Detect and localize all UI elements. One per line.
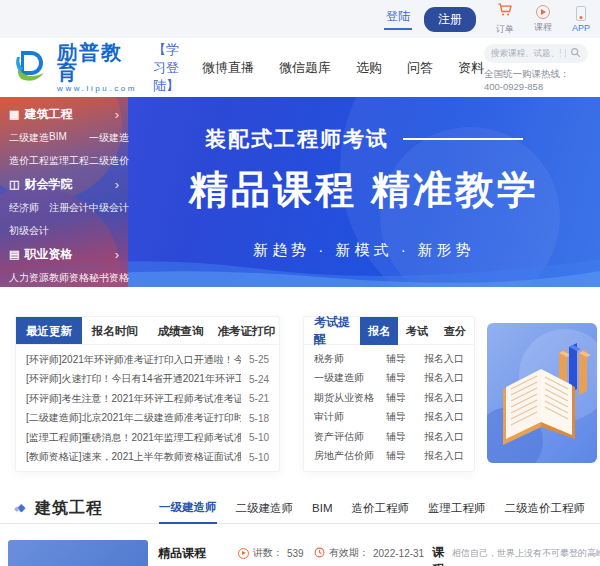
tab-second-grade-builder[interactable]: 二级建造师 xyxy=(236,494,294,523)
courses-label: 课程 xyxy=(534,21,552,34)
exam-list: 税务师 辅导 报名入口 一级建造师 辅导 报名入口 期货从业资格 辅导 报名入口… xyxy=(304,345,474,466)
register-button[interactable]: 注册 xyxy=(424,7,476,32)
news-tab-recent[interactable]: 最近更新 xyxy=(16,317,82,344)
exam-coach-link[interactable]: 辅导 xyxy=(386,391,418,405)
news-item[interactable]: [环评师]考生注意！2021年环评工程师考试准考证打 5-21 xyxy=(26,389,269,409)
banner-title: 精品课程 精准教学 xyxy=(189,163,539,217)
course-detail-label[interactable]: 课程详情 xyxy=(432,544,444,566)
orders-label: 订单 xyxy=(496,23,514,36)
books-illustration[interactable] xyxy=(487,323,597,463)
category-header-finance[interactable]: ◫ 财会学院 › xyxy=(9,176,119,193)
exam-name[interactable]: 房地产估价师 xyxy=(314,449,386,463)
category-link[interactable]: 经济师 xyxy=(9,201,49,215)
course-thumbnail[interactable] xyxy=(8,540,148,566)
exam-entry-link[interactable]: 报名入口 xyxy=(418,391,464,405)
logo-mark-icon xyxy=(15,49,51,87)
exam-coach-link[interactable]: 辅导 xyxy=(386,410,418,424)
course-validity: 有效期：2022-12-31 xyxy=(314,546,424,560)
search-icon[interactable] xyxy=(570,44,581,62)
tab-first-grade-builder[interactable]: 一级建造师 xyxy=(159,493,217,524)
exam-entry-link[interactable]: 报名入口 xyxy=(418,371,464,385)
news-tab-admission-print[interactable]: 准考证打印 xyxy=(213,317,279,344)
orders-button[interactable]: 订单 xyxy=(496,2,514,36)
section-tabs: 一级建造师 二级建造师 BIM 造价工程师 监理工程师 二级造价工程师 xyxy=(159,493,585,524)
nav-item-weibo-live[interactable]: 微博直播 xyxy=(202,59,254,77)
banner-subtitle-line xyxy=(403,138,523,140)
tab-supervision-engineer[interactable]: 监理工程师 xyxy=(428,494,486,523)
courses-button[interactable]: 课程 xyxy=(534,5,552,34)
category-link[interactable]: 一级建造 xyxy=(89,131,129,145)
category-sidebar: ▦ 建筑工程 › 二级建造 BIM 一级建造 造价工程 监理工程 二级造价 ◫ … xyxy=(0,97,128,287)
hotline: 全国统一购课热线：400-0929-858 xyxy=(484,68,588,92)
exam-reminder-panel: 考试提醒 报名 考试 查分 税务师 辅导 报名入口 一级建造师 辅导 报名入口 … xyxy=(303,316,475,472)
logo[interactable]: 励普教育 www.lipu.com xyxy=(15,42,137,93)
login-link[interactable]: 登陆 xyxy=(384,8,412,30)
course-detail-note: 相信自己，世界上没有不可攀登的高峰！ xyxy=(452,547,600,560)
app-button[interactable]: APP xyxy=(572,6,590,33)
finance-icon: ◫ xyxy=(9,178,19,191)
category-link[interactable]: 中级会计 xyxy=(89,201,129,215)
exam-entry-link[interactable]: 报名入口 xyxy=(418,449,464,463)
exam-name[interactable]: 资产评估师 xyxy=(314,430,386,444)
category-link[interactable]: 监理工程 xyxy=(49,154,89,168)
exam-row: 期货从业资格 辅导 报名入口 xyxy=(314,388,464,408)
nav-item-wechat-questions[interactable]: 微信题库 xyxy=(279,59,331,77)
news-list: [环评师]2021年环评师准考证打印入口开通啦！今日 5-25 [环评师]火速打… xyxy=(16,345,279,467)
building-icon: ▦ xyxy=(9,108,19,121)
category-link[interactable]: 二级造价 xyxy=(89,154,129,168)
banner-content[interactable]: 装配式工程师考试 精品课程 精准教学 新趋势 · 新模式 · 新形势 xyxy=(128,97,600,287)
category-link[interactable]: 二级建造 xyxy=(9,131,49,145)
clock-icon xyxy=(314,547,325,560)
tab-cost-engineer[interactable]: 造价工程师 xyxy=(352,494,410,523)
category-link[interactable]: 教师资格 xyxy=(49,271,89,285)
study-login-link[interactable]: 【学习登陆】 xyxy=(153,41,180,95)
category-link[interactable]: 造价工程 xyxy=(9,154,49,168)
search-box[interactable] xyxy=(484,44,588,63)
nav-item-qa[interactable]: 问答 xyxy=(407,59,433,77)
banner-tagline: 新趋势 · 新模式 · 新形势 xyxy=(253,241,475,260)
exam-name[interactable]: 一级建造师 xyxy=(314,371,386,385)
exam-entry-link[interactable]: 报名入口 xyxy=(418,352,464,366)
category-link[interactable]: 人力资源 xyxy=(9,271,49,285)
news-item[interactable]: [环评师]火速打印！今日有14省开通2021年环评工程 5-24 xyxy=(26,370,269,390)
hotline-number: 400-0929-858 xyxy=(484,81,543,92)
tab-bim[interactable]: BIM xyxy=(312,494,332,523)
category-link[interactable]: BIM xyxy=(49,131,89,145)
nav-item-shop[interactable]: 选购 xyxy=(356,59,382,77)
exam-name[interactable]: 税务师 xyxy=(314,352,386,366)
category-items: 人力资源 教师资格 秘书资格 心理咨询 社会工作 公共营养 xyxy=(9,271,119,287)
exam-name[interactable]: 审计师 xyxy=(314,410,386,424)
exam-tabs: 报名 考试 查分 xyxy=(360,317,474,345)
search-divider xyxy=(565,49,566,58)
tab-second-grade-cost-engineer[interactable]: 二级造价工程师 xyxy=(505,494,586,523)
construction-section-bar: ◆ ◆ 建筑工程 一级建造师 二级建造师 BIM 造价工程师 监理工程师 二级造… xyxy=(0,493,600,524)
news-item[interactable]: [二级建造师]北京2021年二级建造师准考证打印时间5月1 5-18 xyxy=(26,409,269,429)
exam-entry-link[interactable]: 报名入口 xyxy=(418,430,464,444)
news-item[interactable]: [环评师]2021年环评师准考证打印入口开通啦！今日 5-25 xyxy=(26,350,269,370)
news-item[interactable]: [教师资格证]速来，2021上半年教师资格证面试准考证打 5-10 xyxy=(26,448,269,468)
lectures-label: 讲数： xyxy=(253,546,283,560)
exam-coach-link[interactable]: 辅导 xyxy=(386,449,418,463)
exam-coach-link[interactable]: 辅导 xyxy=(386,430,418,444)
news-tab-registration-time[interactable]: 报名时间 xyxy=(82,317,148,344)
category-header-construction[interactable]: ▦ 建筑工程 › xyxy=(9,106,119,123)
category-link[interactable]: 注册会计 xyxy=(49,201,89,215)
exam-tab-exam[interactable]: 考试 xyxy=(398,317,436,345)
course-name[interactable]: 精品课程 xyxy=(158,545,206,562)
exam-tab-score[interactable]: 查分 xyxy=(436,317,474,345)
chevron-right-icon: › xyxy=(115,107,119,122)
search-input[interactable] xyxy=(491,48,561,58)
nav-item-materials[interactable]: 资料 xyxy=(458,59,484,77)
header-right: 全国统一购课热线：400-0929-858 xyxy=(484,44,588,92)
news-item[interactable]: [监理工程师]重磅消息！2021年监理工程师考试准考证打 5-10 xyxy=(26,428,269,448)
category-link[interactable]: 秘书资格 xyxy=(89,271,129,285)
exam-name[interactable]: 期货从业资格 xyxy=(314,391,386,405)
news-tab-score-query[interactable]: 成绩查询 xyxy=(148,317,214,344)
category-header-vocational[interactable]: ▤ 职业资格 › xyxy=(9,246,119,263)
exam-coach-link[interactable]: 辅导 xyxy=(386,371,418,385)
exam-tab-register[interactable]: 报名 xyxy=(360,317,398,345)
exam-coach-link[interactable]: 辅导 xyxy=(386,352,418,366)
exam-entry-link[interactable]: 报名入口 xyxy=(418,410,464,424)
category-link[interactable]: 初级会计 xyxy=(9,224,49,238)
banner-subtitle: 装配式工程师考试 xyxy=(205,125,389,153)
